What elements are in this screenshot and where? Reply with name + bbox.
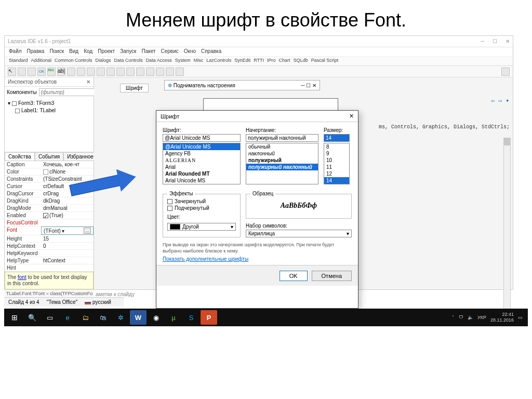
prop-font[interactable]: Font <box>5 227 41 235</box>
menu-edit[interactable]: Правка <box>27 48 45 55</box>
prop-enabled[interactable]: Enabled <box>5 212 41 219</box>
tool-action-icon[interactable] <box>176 68 184 76</box>
task-view-icon[interactable]: ▭ <box>42 310 58 325</box>
prop-focuscontrol[interactable]: FocusControl <box>5 219 41 226</box>
font-family-list[interactable]: @Arial Unicode MS Agency FB ALGERIAN Ari… <box>163 143 241 184</box>
tab-events[interactable]: События <box>35 152 63 161</box>
tab-common-controls[interactable]: Common Controls <box>55 58 92 64</box>
checkbox-icon[interactable] <box>167 206 172 211</box>
tab-favorites[interactable]: Избранное <box>63 152 97 161</box>
tab-sqldb[interactable]: SQLdb <box>294 58 308 64</box>
input-lang[interactable]: УКР <box>477 315 486 321</box>
prop-helpcontext[interactable]: HelpContext <box>5 243 41 249</box>
prop-caption[interactable]: Caption <box>5 161 41 168</box>
form-tab[interactable]: Шрифт <box>120 84 149 92</box>
tool-checkbox-icon[interactable] <box>87 68 95 76</box>
tab-dialogs[interactable]: Dialogs <box>96 58 111 64</box>
search-icon[interactable]: 🔍 <box>24 310 41 325</box>
font-size-input[interactable] <box>324 134 350 142</box>
tab-system[interactable]: System <box>175 58 191 64</box>
size-item[interactable]: 16 <box>324 184 349 184</box>
font-item[interactable]: Arial <box>163 164 240 170</box>
tab-synedit[interactable]: SynEdit <box>234 58 250 64</box>
close-icon[interactable]: ✕ <box>349 113 354 119</box>
chevron-down-icon[interactable]: ▾ <box>231 224 233 230</box>
style-item[interactable]: наклонный <box>246 150 318 157</box>
style-item-selected[interactable]: полужирный наклонный <box>246 164 318 170</box>
font-item[interactable]: ALGERIAN <box>163 157 240 164</box>
prop-color[interactable]: Color <box>5 168 41 175</box>
size-item[interactable]: 12 <box>324 170 349 177</box>
tab-properties[interactable]: Свойства <box>5 152 35 161</box>
size-item[interactable]: 10 <box>324 157 349 164</box>
clock[interactable]: 22:41 28.11.2016 <box>490 312 514 323</box>
prop-height[interactable]: Height <box>5 235 41 242</box>
tab-pascal-script[interactable]: Pascal Script <box>311 58 339 64</box>
nav-fwd-icon[interactable]: ⇨ <box>498 98 502 103</box>
tool-button-icon[interactable]: OK <box>37 68 46 76</box>
word-icon[interactable]: W <box>130 310 147 325</box>
prop-dragcursor[interactable]: DragCursor <box>5 190 41 197</box>
maximize-icon[interactable]: ☐ <box>306 83 311 88</box>
minimize-icon[interactable]: ─ <box>481 38 484 44</box>
menu-search[interactable]: Поиск <box>49 48 64 55</box>
menu-package[interactable]: Пакет <box>141 48 155 55</box>
close-icon[interactable]: ✕ <box>506 38 510 44</box>
gear-icon[interactable]: ✦ <box>506 98 510 103</box>
font-size-list[interactable]: 8 9 10 11 12 14 16 <box>324 143 350 184</box>
menu-run[interactable]: Запуск <box>120 48 136 55</box>
tab-data-access[interactable]: Data Access <box>146 58 172 64</box>
close-icon[interactable]: ✕ <box>312 83 316 88</box>
tray-chevron-icon[interactable]: ˄ <box>452 315 455 321</box>
tool-popup-icon[interactable] <box>28 68 36 76</box>
ide-menu[interactable]: Файл Правка Поиск Вид Код Проект Запуск … <box>5 47 513 57</box>
tool-arrow-icon[interactable]: ↖ <box>8 68 16 76</box>
prop-cursor[interactable]: Cursor <box>5 183 41 190</box>
font-item[interactable]: Arial Unicode MS <box>163 177 240 184</box>
oi-close-icon[interactable]: ✕ <box>86 79 90 85</box>
size-item[interactable]: 9 <box>324 150 349 157</box>
prop-dragmode[interactable]: DragMode <box>5 205 41 211</box>
prop-dragkind[interactable]: DragKind <box>5 197 41 204</box>
tool-combo-icon[interactable] <box>116 68 125 76</box>
chrome-icon[interactable]: ◉ <box>148 310 164 325</box>
tab-lazcontrols[interactable]: LazControls <box>206 58 231 64</box>
menu-project[interactable]: Проект <box>98 48 115 55</box>
utorrent-icon[interactable]: µ <box>165 310 182 325</box>
component-palette-tabs[interactable]: Standard Additional Common Controls Dial… <box>5 57 513 66</box>
tab-standard[interactable]: Standard <box>9 58 28 64</box>
ellipsis-button[interactable]: … <box>84 228 91 234</box>
component-tree[interactable]: ▾ Form3: TForm3 Label1: TLabel <box>5 98 94 116</box>
font-item[interactable]: Agency FB <box>163 150 240 157</box>
tree-item-label1[interactable]: Label1: TLabel <box>15 107 90 114</box>
color-select[interactable]: Другой▾ <box>167 223 236 231</box>
tool-memo-icon[interactable] <box>67 68 75 76</box>
property-grid[interactable]: CaptionХочешь, кое-чт ColorclNone Constr… <box>5 161 94 272</box>
size-item[interactable]: 8 <box>324 143 349 150</box>
minimize-icon[interactable]: ─ <box>301 83 304 88</box>
palette-options-icon[interactable] <box>501 68 510 76</box>
edge-icon[interactable]: e <box>59 310 76 325</box>
tool-listbox-icon[interactable] <box>107 68 115 76</box>
menu-view[interactable]: Вид <box>69 48 78 55</box>
tool-scroll-icon[interactable] <box>126 68 135 76</box>
tab-misc[interactable]: Misc <box>194 58 204 64</box>
prop-constraints[interactable]: Constraints <box>5 176 41 182</box>
tool-toggle-icon[interactable] <box>77 68 85 76</box>
show-more-fonts-link[interactable]: Показать дополнительные шрифты <box>163 256 248 262</box>
tab-ipro[interactable]: IPro <box>267 58 276 64</box>
menu-file[interactable]: Файл <box>9 48 22 55</box>
maximize-icon[interactable]: ☐ <box>493 38 497 44</box>
menu-code[interactable]: Код <box>84 48 92 55</box>
tool-label-icon[interactable]: Abc <box>47 68 56 76</box>
powerpoint-icon[interactable]: P <box>201 310 217 325</box>
network-icon[interactable]: ⛉ <box>459 315 463 321</box>
tree-root[interactable]: ▾ Form3: TForm3 <box>8 100 90 107</box>
prop-helpkeyword[interactable]: HelpKeyword <box>5 250 41 257</box>
vertical-scrollbar[interactable] <box>503 138 511 320</box>
tool-radiogroup-icon[interactable] <box>146 68 154 76</box>
tab-chart[interactable]: Chart <box>279 58 290 64</box>
tab-data-controls[interactable]: Data Controls <box>114 58 143 64</box>
font-family-input[interactable] <box>163 134 241 142</box>
tool-panel-icon[interactable] <box>156 68 164 76</box>
